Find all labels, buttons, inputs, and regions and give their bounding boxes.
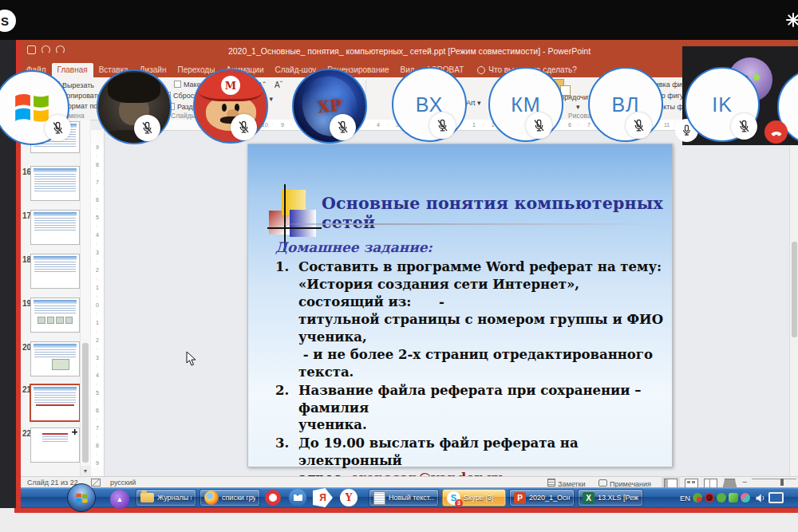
mic-muted-icon [435,118,450,133]
scrollbar-thumb[interactable] [82,343,89,463]
ruler-tick: · [96,188,97,194]
participant-avatar-mario[interactable]: M [193,69,268,144]
zoom-out-icon[interactable]: − [742,477,747,487]
vertical-ruler: 9·8·7·6·5·4·3·2·1·0·1·2·3·4·5·6·7·8·9 [91,130,105,476]
participant-avatar-photo[interactable] [97,69,172,144]
speaker-icon[interactable] [754,492,766,504]
participant-avatar-vl[interactable]: ВЛ [588,67,663,142]
slide[interactable]: Основные понятия компьютерных сетей Дома… [247,144,673,467]
tray-leaf-icon[interactable] [729,493,738,502]
ruler-tick: · [367,122,369,128]
display-tray-icon[interactable] [768,492,784,503]
powerpoint-icon: P [514,492,526,504]
ruler-number: 2 [96,337,99,343]
language-tray-indicator[interactable]: EN [680,494,690,502]
participant-avatar-xp[interactable]: ХР [292,69,367,144]
mute-badge [626,112,652,139]
arrange-dropdown-icon[interactable]: ▾ [576,103,580,111]
proofing-icon[interactable] [91,479,101,487]
mail-app-icon[interactable] [289,489,306,506]
ruler-number: 1 [472,122,476,128]
tray-antivirus-icon[interactable] [693,493,702,502]
slide-thumbnail[interactable] [30,166,80,201]
ruler-number: 0 [96,302,99,308]
skype-logo[interactable]: S [0,10,16,32]
mic-muted-icon [737,119,752,134]
slide-thumbnail[interactable] [30,428,80,463]
scrollbar-thumb[interactable] [792,242,797,337]
tab-home[interactable]: Главная [52,63,93,77]
thumbnail-scrollbar[interactable]: ▼ [80,120,90,476]
tray-red-ring-icon[interactable] [705,493,714,502]
mario-cap-emblem: M [221,76,240,95]
ruler-tick: · [96,329,97,334]
sparkle-icon[interactable] [786,13,798,27]
opera-icon[interactable] [265,490,281,506]
participant-avatar-km[interactable]: КМ [488,67,563,142]
taskbar-button-firefox[interactable]: списки груп... [200,489,260,506]
ruler-number: 4 [377,122,380,128]
participant-avatar-vh[interactable]: ВХ [392,67,467,142]
ruler-tick: · [96,399,97,404]
taskbar-button-powerpoint[interactable]: P 2020_1_Осн... [509,489,575,506]
tray-pink-teal-icon[interactable] [741,493,750,502]
ruler-number: 8 [96,162,99,167]
undo-icon[interactable] [41,45,50,54]
taskbar-button-folder[interactable]: Журналы гр... [136,489,196,506]
ruler-tick: · [482,122,484,128]
zoom-slider-thumb[interactable] [780,479,784,486]
ruler-number: 9 [281,122,284,128]
screen: 2020_1_Основные_ понятия_ компьютерных_ … [0,0,798,532]
mouse-cursor [186,351,197,367]
title-divider [272,223,665,225]
slide-thumbnail[interactable] [30,254,80,289]
language-indicator[interactable]: русский [110,479,136,487]
quick-access-toolbar[interactable] [27,45,65,54]
mic-muted-icon [531,118,547,133]
ruler-tick: · [96,153,97,159]
redo-icon[interactable] [56,45,65,54]
slide-thumbnail[interactable] [30,298,80,333]
ruler-number: 5 [96,215,99,220]
comments-toggle[interactable]: Примечания [598,479,610,487]
zoom-slider[interactable] [752,479,796,479]
ruler-tick: · [96,451,97,457]
yandex-icon[interactable]: Y [340,489,358,506]
end-call-button[interactable] [764,120,788,144]
tray-green-check-icon[interactable] [717,493,726,502]
bottom-letterbox [0,513,798,532]
save-icon[interactable] [27,45,36,54]
window-title: 2020_1_Основные_ понятия_ компьютерных_ … [228,46,591,56]
mute-badge [45,115,71,141]
ruler-number: 6 [96,408,99,413]
ruler-tick: · [96,416,97,422]
notification-badge: 3 [455,499,463,507]
ruler-tick: · [96,346,97,352]
pointer-cross-icon [72,429,77,435]
mic-muted-icon [140,120,155,136]
notes-toggle[interactable]: Заметки [547,479,558,487]
taskbar-button-excel[interactable]: X 13.XLS [Реж... [578,489,643,506]
purple-app-icon[interactable]: ▲ [110,490,129,509]
ruler-number: 4 [96,232,99,238]
yandex-browser-icon[interactable]: Я [313,488,333,507]
slide-thumbnail[interactable] [30,210,80,245]
slide-thumbnail[interactable] [30,341,80,376]
shrink-font-button[interactable]: Аˇ [275,81,282,89]
start-button[interactable] [67,483,96,512]
slide-subtitle: Домашнее задание: [275,239,433,255]
slide-thumbnail-current[interactable] [30,384,81,422]
taskbar-button-skype[interactable]: S 3 Skype [3] [442,489,506,506]
canvas-scrollbar[interactable] [789,130,798,476]
ruler-tick: · [96,258,97,264]
mute-badge [429,112,456,139]
taskbar-button-notepad[interactable]: Новый текст... [369,489,439,506]
tell-me-icon [477,66,485,74]
slide-logo-line [284,184,286,246]
ruler-number: 7 [96,179,99,185]
scroll-down-icon[interactable]: ▼ [81,466,90,476]
windows-flag-icon [75,491,89,505]
ruler-tick: · [559,122,560,128]
slides-group-label: Слайды [171,112,196,120]
taskbar: ▲ Журналы гр... списки груп... Я Y Новый… [21,487,798,508]
